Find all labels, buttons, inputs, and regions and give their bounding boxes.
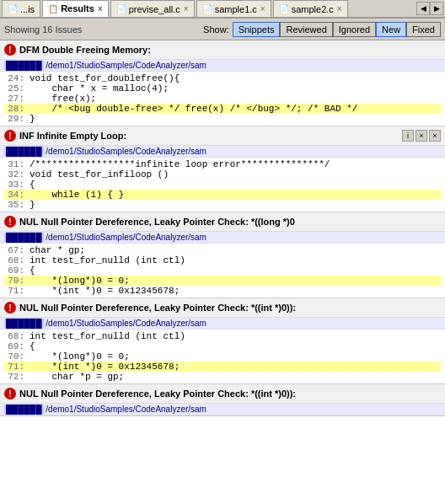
code-line: 25: char * x = malloc(4); <box>4 83 441 94</box>
code-text: *(int *)0 = 0x12345678; <box>29 286 180 296</box>
code-line: 69:{ <box>4 265 441 276</box>
issue-nul-2-icon: ! <box>4 302 16 314</box>
issue-nul-3-icon: ! <box>4 388 16 399</box>
code-text: while (1) { } <box>29 190 124 200</box>
issue-inf-icon: ! <box>4 130 16 142</box>
issue-nul-3-title: NUL Null Pointer Dereference, Leaky Poin… <box>19 389 441 399</box>
filter-ignored[interactable]: Ignored <box>333 22 376 37</box>
tab-scroll-right[interactable]: ▶ <box>430 2 443 15</box>
code-line: 71: *(int *)0 = 0x12345678; <box>4 286 441 296</box>
code-line-highlighted: 34: while (1) { } <box>4 190 441 200</box>
code-line: 24:void test_for_doublefree(){ <box>4 73 441 83</box>
code-line: 31:/******************infinite loop erro… <box>4 159 441 169</box>
tab-scroll-buttons: ◀ ▶ <box>416 2 443 15</box>
filter-snippets[interactable]: Snippets <box>233 22 281 37</box>
code-text: char *p = gp; <box>29 372 124 382</box>
code-text: } <box>29 114 35 124</box>
issue-nul-3: ! NUL Null Pointer Dereference, Leaky Po… <box>0 384 445 416</box>
issue-nul-3-filepath[interactable]: ██████ /demo1/StudioSamples/CodeAnalyzer… <box>0 404 445 416</box>
code-line-highlighted: 28: /* <bug double-free> */ free(x) /* <… <box>4 104 441 114</box>
line-num: 71: <box>4 362 24 372</box>
tab-label-results: Results <box>61 3 94 13</box>
code-text: int test_for_nulld (int ctl) <box>29 255 185 265</box>
issue-inf-actions: i × × <box>402 130 441 142</box>
file-path-highlight-5: ██████ <box>4 405 44 414</box>
issue-dfm-filepath[interactable]: ██████ /demo1/StudioSamples/CodeAnalyzer… <box>0 60 445 72</box>
line-num: 68: <box>4 331 24 341</box>
code-text: void test_for_doublefree(){ <box>29 73 180 83</box>
code-line: 33:{ <box>4 180 441 190</box>
code-text: *(long*)0 = 0; <box>29 276 130 286</box>
line-num: 31: <box>4 159 24 169</box>
code-text: { <box>29 265 35 276</box>
line-num: 27: <box>4 94 24 104</box>
issue-nul-1-header: ! NUL Null Pointer Dereference, Leaky Po… <box>0 212 445 232</box>
code-line: 72: char *p = gp; <box>4 372 441 382</box>
issue-inf-filepath[interactable]: ██████ /demo1/StudioSamples/CodeAnalyzer… <box>0 146 445 158</box>
code-line: 70: *(long*)0 = 0; <box>4 351 441 362</box>
action-close-btn-1[interactable]: × <box>416 130 427 142</box>
issue-nul-2-code: 68:int test_for_nulld (int ctl) 69:{ 70:… <box>0 330 445 383</box>
tab-results[interactable]: 📋 Results × <box>42 0 109 17</box>
file-path-text-5: /demo1/StudioSamples/CodeAnalyzer/sam <box>46 405 206 414</box>
code-line: 69:{ <box>4 341 441 351</box>
issue-inf-header: ! INF Infinite Empty Loop: i × × <box>0 126 445 146</box>
tab-label-is: ...is <box>20 4 35 14</box>
line-num: 67: <box>4 245 24 255</box>
line-num: 24: <box>4 73 24 83</box>
file-path-highlight-4: ██████ <box>4 319 44 328</box>
code-line: 27: free(x); <box>4 94 441 104</box>
code-line: 32:void test_for_infiloop () <box>4 169 441 180</box>
tab-close-sample1[interactable]: × <box>260 4 265 13</box>
filter-new[interactable]: New <box>376 22 406 37</box>
code-line-highlighted: 70: *(long*)0 = 0; <box>4 276 441 286</box>
line-num: 70: <box>4 351 24 362</box>
filter-reviewed[interactable]: Reviewed <box>280 22 332 37</box>
line-num: 28: <box>4 104 24 114</box>
tab-close-sample2[interactable]: × <box>337 4 342 13</box>
issue-nul-1: ! NUL Null Pointer Dereference, Leaky Po… <box>0 212 445 298</box>
issue-dfm-title: DFM Double Freeing Memory: <box>19 45 441 55</box>
issue-nul-1-icon: ! <box>4 216 16 228</box>
tab-sample1[interactable]: 📄 sample1.c × <box>196 0 271 17</box>
tab-is[interactable]: 📄 ...is <box>2 0 40 17</box>
issue-nul-2-filepath[interactable]: ██████ /demo1/StudioSamples/CodeAnalyzer… <box>0 318 445 330</box>
tab-label-sample1: sample1.c <box>215 4 257 14</box>
line-num: 33: <box>4 180 24 190</box>
issue-nul-2: ! NUL Null Pointer Dereference, Leaky Po… <box>0 298 445 384</box>
line-num: 32: <box>4 169 24 180</box>
code-line-highlighted: 71: *(int *)0 = 0x12345678; <box>4 362 441 372</box>
code-text: void test_for_infiloop () <box>29 169 169 180</box>
tab-icon-sample2: 📄 <box>279 4 289 13</box>
show-label: Show: <box>203 24 229 35</box>
tab-icon-is: 📄 <box>8 4 18 13</box>
tab-sample2[interactable]: 📄 sample2.c × <box>273 0 348 17</box>
tab-icon-previse: 📄 <box>116 4 126 13</box>
code-text: char * gp; <box>29 245 85 255</box>
code-text: } <box>29 200 35 210</box>
tab-close-previse[interactable]: × <box>184 4 189 13</box>
action-info-btn[interactable]: i <box>402 130 414 142</box>
code-text: *(long*)0 = 0; <box>29 351 130 362</box>
issue-nul-1-filepath[interactable]: ██████ /demo1/StudioSamples/CodeAnalyzer… <box>0 232 445 244</box>
filter-fixed[interactable]: Fixed <box>406 22 441 37</box>
file-path-highlight-2: ██████ <box>4 147 44 156</box>
code-text: int test_for_nulld (int ctl) <box>29 331 185 341</box>
issue-inf-title: INF Infinite Empty Loop: <box>19 131 399 141</box>
code-line: 68:int test_for_nulld (int ctl) <box>4 255 441 265</box>
line-num: 34: <box>4 190 24 200</box>
code-text: /* <bug double-free> */ free(x) /* </bug… <box>29 104 357 114</box>
issue-nul-1-title: NUL Null Pointer Dereference, Leaky Poin… <box>19 217 441 227</box>
code-text: char * x = malloc(4); <box>29 83 169 94</box>
tab-scroll-left[interactable]: ◀ <box>416 2 430 15</box>
tab-close-results[interactable]: × <box>98 4 103 13</box>
action-close-btn-2[interactable]: × <box>429 130 441 142</box>
tab-icon-results: 📋 <box>48 4 58 13</box>
issue-nul-2-header: ! NUL Null Pointer Dereference, Leaky Po… <box>0 298 445 318</box>
issue-dfm-code: 24:void test_for_doublefree(){ 25: char … <box>0 72 445 126</box>
issue-inf-code: 31:/******************infinite loop erro… <box>0 158 445 212</box>
code-line: 29:} <box>4 114 441 124</box>
file-path-highlight-3: ██████ <box>4 233 44 242</box>
issues-count-label: Showing 16 Issues <box>4 24 82 35</box>
tab-previse[interactable]: 📄 previse_all.c × <box>110 0 195 17</box>
